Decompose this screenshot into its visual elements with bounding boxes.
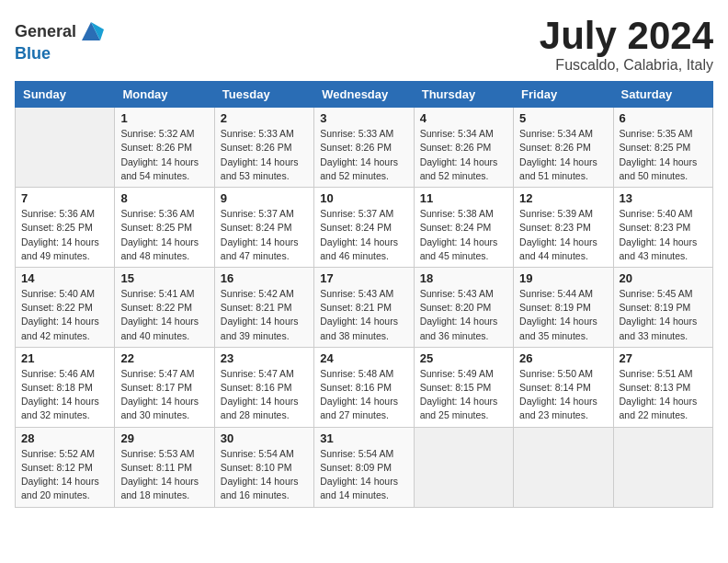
week-row-3: 14Sunrise: 5:40 AM Sunset: 8:22 PM Dayli… xyxy=(16,267,713,347)
day-info: Sunrise: 5:33 AM Sunset: 8:26 PM Dayligh… xyxy=(221,127,308,183)
day-cell: 7Sunrise: 5:36 AM Sunset: 8:25 PM Daylig… xyxy=(16,188,115,268)
day-number: 24 xyxy=(320,351,407,365)
header-cell-thursday: Thursday xyxy=(414,82,513,108)
day-number: 27 xyxy=(620,351,707,365)
header-cell-wednesday: Wednesday xyxy=(314,82,414,108)
day-number: 19 xyxy=(519,271,607,285)
day-number: 5 xyxy=(519,111,607,125)
day-info: Sunrise: 5:47 AM Sunset: 8:17 PM Dayligh… xyxy=(120,367,208,423)
day-number: 28 xyxy=(21,431,108,445)
day-cell: 13Sunrise: 5:40 AM Sunset: 8:23 PM Dayli… xyxy=(613,188,712,268)
day-info: Sunrise: 5:49 AM Sunset: 8:15 PM Dayligh… xyxy=(420,367,507,423)
day-number: 2 xyxy=(221,111,308,125)
day-info: Sunrise: 5:37 AM Sunset: 8:24 PM Dayligh… xyxy=(320,207,407,263)
day-cell: 22Sunrise: 5:47 AM Sunset: 8:17 PM Dayli… xyxy=(115,347,214,427)
day-cell: 17Sunrise: 5:43 AM Sunset: 8:21 PM Dayli… xyxy=(314,267,414,347)
week-row-2: 7Sunrise: 5:36 AM Sunset: 8:25 PM Daylig… xyxy=(16,188,713,268)
day-number: 9 xyxy=(221,191,308,205)
day-number: 23 xyxy=(221,351,308,365)
day-info: Sunrise: 5:47 AM Sunset: 8:16 PM Dayligh… xyxy=(221,367,308,423)
day-number: 15 xyxy=(120,271,208,285)
day-cell xyxy=(414,427,513,507)
day-info: Sunrise: 5:53 AM Sunset: 8:11 PM Dayligh… xyxy=(120,447,208,503)
day-number: 7 xyxy=(21,191,108,205)
day-info: Sunrise: 5:42 AM Sunset: 8:21 PM Dayligh… xyxy=(221,287,308,343)
logo-icon xyxy=(78,18,104,44)
day-number: 21 xyxy=(21,351,108,365)
day-number: 26 xyxy=(519,351,607,365)
day-info: Sunrise: 5:43 AM Sunset: 8:21 PM Dayligh… xyxy=(320,287,407,343)
day-cell: 29Sunrise: 5:53 AM Sunset: 8:11 PM Dayli… xyxy=(115,427,214,507)
day-info: Sunrise: 5:40 AM Sunset: 8:22 PM Dayligh… xyxy=(21,287,108,343)
day-cell: 30Sunrise: 5:54 AM Sunset: 8:10 PM Dayli… xyxy=(214,427,313,507)
day-cell: 3Sunrise: 5:33 AM Sunset: 8:26 PM Daylig… xyxy=(314,108,414,188)
day-cell: 5Sunrise: 5:34 AM Sunset: 8:26 PM Daylig… xyxy=(514,108,613,188)
day-number: 20 xyxy=(620,271,707,285)
title-section: July 2024 Fuscaldo, Calabria, Italy xyxy=(540,15,713,74)
day-cell: 9Sunrise: 5:37 AM Sunset: 8:24 PM Daylig… xyxy=(214,188,313,268)
logo: General Blue xyxy=(15,18,104,63)
day-info: Sunrise: 5:41 AM Sunset: 8:22 PM Dayligh… xyxy=(120,287,208,343)
day-info: Sunrise: 5:33 AM Sunset: 8:26 PM Dayligh… xyxy=(320,127,407,183)
day-number: 1 xyxy=(120,111,208,125)
day-number: 22 xyxy=(120,351,208,365)
day-cell: 19Sunrise: 5:44 AM Sunset: 8:19 PM Dayli… xyxy=(514,267,613,347)
day-cell: 10Sunrise: 5:37 AM Sunset: 8:24 PM Dayli… xyxy=(314,188,414,268)
week-row-4: 21Sunrise: 5:46 AM Sunset: 8:18 PM Dayli… xyxy=(16,347,713,427)
day-cell xyxy=(613,427,712,507)
day-cell: 26Sunrise: 5:50 AM Sunset: 8:14 PM Dayli… xyxy=(514,347,613,427)
day-number: 11 xyxy=(420,191,507,205)
day-number: 13 xyxy=(620,191,707,205)
logo-general: General xyxy=(15,22,76,41)
day-cell: 31Sunrise: 5:54 AM Sunset: 8:09 PM Dayli… xyxy=(314,427,414,507)
header-cell-sunday: Sunday xyxy=(16,82,115,108)
day-info: Sunrise: 5:43 AM Sunset: 8:20 PM Dayligh… xyxy=(420,287,507,343)
title-month-year: July 2024 xyxy=(540,15,713,57)
day-number: 18 xyxy=(420,271,507,285)
day-number: 17 xyxy=(320,271,407,285)
day-info: Sunrise: 5:44 AM Sunset: 8:19 PM Dayligh… xyxy=(519,287,607,343)
day-number: 29 xyxy=(120,431,208,445)
day-info: Sunrise: 5:48 AM Sunset: 8:16 PM Dayligh… xyxy=(320,367,407,423)
day-info: Sunrise: 5:34 AM Sunset: 8:26 PM Dayligh… xyxy=(519,127,607,183)
week-row-5: 28Sunrise: 5:52 AM Sunset: 8:12 PM Dayli… xyxy=(16,427,713,507)
day-cell: 12Sunrise: 5:39 AM Sunset: 8:23 PM Dayli… xyxy=(514,188,613,268)
day-info: Sunrise: 5:35 AM Sunset: 8:25 PM Dayligh… xyxy=(620,127,707,183)
day-number: 4 xyxy=(420,111,507,125)
header-cell-friday: Friday xyxy=(514,82,613,108)
day-number: 25 xyxy=(420,351,507,365)
day-info: Sunrise: 5:46 AM Sunset: 8:18 PM Dayligh… xyxy=(21,367,108,423)
day-info: Sunrise: 5:54 AM Sunset: 8:09 PM Dayligh… xyxy=(320,447,407,503)
day-info: Sunrise: 5:34 AM Sunset: 8:26 PM Dayligh… xyxy=(420,127,507,183)
day-cell xyxy=(16,108,115,188)
day-number: 10 xyxy=(320,191,407,205)
day-number: 6 xyxy=(620,111,707,125)
day-info: Sunrise: 5:40 AM Sunset: 8:23 PM Dayligh… xyxy=(620,207,707,263)
page-header: General Blue July 2024 Fuscaldo, Calabri… xyxy=(15,15,713,74)
header-row: SundayMondayTuesdayWednesdayThursdayFrid… xyxy=(16,82,713,108)
header-cell-monday: Monday xyxy=(115,82,214,108)
day-number: 12 xyxy=(519,191,607,205)
day-info: Sunrise: 5:32 AM Sunset: 8:26 PM Dayligh… xyxy=(120,127,208,183)
day-number: 3 xyxy=(320,111,407,125)
day-cell: 28Sunrise: 5:52 AM Sunset: 8:12 PM Dayli… xyxy=(16,427,115,507)
day-cell: 21Sunrise: 5:46 AM Sunset: 8:18 PM Dayli… xyxy=(16,347,115,427)
day-cell: 25Sunrise: 5:49 AM Sunset: 8:15 PM Dayli… xyxy=(414,347,513,427)
day-cell: 20Sunrise: 5:45 AM Sunset: 8:19 PM Dayli… xyxy=(613,267,712,347)
day-info: Sunrise: 5:51 AM Sunset: 8:13 PM Dayligh… xyxy=(620,367,707,423)
day-cell: 11Sunrise: 5:38 AM Sunset: 8:24 PM Dayli… xyxy=(414,188,513,268)
day-info: Sunrise: 5:36 AM Sunset: 8:25 PM Dayligh… xyxy=(21,207,108,263)
day-info: Sunrise: 5:38 AM Sunset: 8:24 PM Dayligh… xyxy=(420,207,507,263)
header-cell-saturday: Saturday xyxy=(613,82,712,108)
calendar-table: SundayMondayTuesdayWednesdayThursdayFrid… xyxy=(15,81,713,507)
day-number: 30 xyxy=(221,431,308,445)
day-cell: 27Sunrise: 5:51 AM Sunset: 8:13 PM Dayli… xyxy=(613,347,712,427)
day-cell: 18Sunrise: 5:43 AM Sunset: 8:20 PM Dayli… xyxy=(414,267,513,347)
day-cell: 4Sunrise: 5:34 AM Sunset: 8:26 PM Daylig… xyxy=(414,108,513,188)
day-info: Sunrise: 5:39 AM Sunset: 8:23 PM Dayligh… xyxy=(519,207,607,263)
day-number: 8 xyxy=(120,191,208,205)
day-number: 31 xyxy=(320,431,407,445)
day-info: Sunrise: 5:36 AM Sunset: 8:25 PM Dayligh… xyxy=(120,207,208,263)
week-row-1: 1Sunrise: 5:32 AM Sunset: 8:26 PM Daylig… xyxy=(16,108,713,188)
day-info: Sunrise: 5:50 AM Sunset: 8:14 PM Dayligh… xyxy=(519,367,607,423)
